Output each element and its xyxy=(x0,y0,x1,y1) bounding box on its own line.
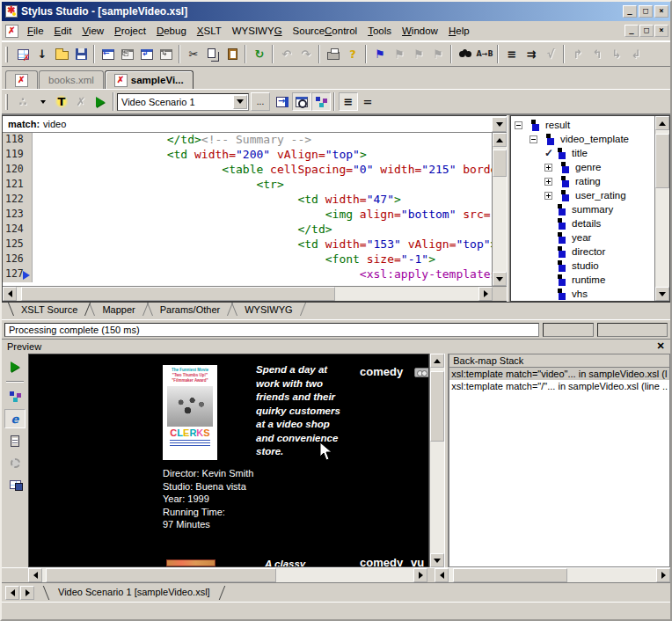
scroll-thumb[interactable] xyxy=(493,150,507,177)
browse-scenario-button[interactable]: ... xyxy=(251,92,270,111)
scroll-down-button[interactable] xyxy=(655,287,669,301)
tree-vertical-scrollbar[interactable] xyxy=(654,116,669,301)
window-minimize-button[interactable]: _ xyxy=(623,5,637,18)
tree-node-vhs[interactable]: vhs xyxy=(515,287,654,301)
scroll-track[interactable] xyxy=(430,368,444,553)
mapper-view-icon[interactable] xyxy=(4,387,26,406)
text-preview-icon[interactable] xyxy=(4,431,26,450)
match-combobox[interactable]: match: video xyxy=(3,116,507,133)
scroll-right-button[interactable] xyxy=(413,568,427,582)
scroll-left-button[interactable] xyxy=(435,568,449,582)
tree-node-user_rating[interactable]: user_rating xyxy=(515,188,654,202)
tab-document-icon-only[interactable] xyxy=(5,70,38,89)
scroll-down-button[interactable] xyxy=(430,553,444,567)
scroll-up-button[interactable] xyxy=(430,354,444,368)
menu-edit[interactable]: Edit xyxy=(49,23,77,39)
toolbar-grip[interactable] xyxy=(5,47,8,62)
code-line[interactable]: 119 <td width="200" vAlign="top"> xyxy=(3,148,492,163)
menu-project[interactable]: Project xyxy=(109,23,151,39)
scroll-right-button[interactable] xyxy=(478,287,493,301)
scroll-left-button[interactable] xyxy=(28,568,42,582)
expand-icon[interactable] xyxy=(544,164,552,172)
code-line[interactable]: 122 <td width="47"> xyxy=(3,193,492,208)
cut-icon[interactable]: ✂ xyxy=(184,45,203,63)
menu-tools[interactable]: Tools xyxy=(362,23,397,39)
window-maximize-button[interactable]: □ xyxy=(639,5,653,18)
highlight-text-icon[interactable]: T xyxy=(52,92,71,111)
tab-mapper[interactable]: Mapper xyxy=(90,303,147,318)
tab-scroll-right-button[interactable] xyxy=(20,586,34,600)
show-mapper-icon[interactable] xyxy=(311,92,331,111)
collapse-icon[interactable] xyxy=(515,121,522,129)
menu-wysiwyg[interactable]: WYSIWYG xyxy=(227,23,288,39)
code-line[interactable]: 121 <tr> xyxy=(3,178,492,193)
scenario-dropdown-button[interactable] xyxy=(233,95,247,109)
menu-window[interactable]: Window xyxy=(397,23,443,39)
code-editor[interactable]: 118 </td><!-- Summary -->119 <td width="… xyxy=(3,133,492,286)
editor-horizontal-scrollbar[interactable] xyxy=(3,287,493,301)
import-document-icon[interactable]: ↓ xyxy=(33,45,52,63)
tab-scroll-left-button[interactable] xyxy=(5,586,19,600)
open-result-window-icon[interactable]: → xyxy=(273,92,292,111)
scroll-thumb[interactable] xyxy=(453,568,567,582)
run-preview-icon[interactable] xyxy=(4,357,26,376)
tree-node-runtime[interactable]: runtime xyxy=(515,273,654,287)
run-scenario-icon[interactable] xyxy=(91,92,110,111)
tree-node-director[interactable]: director xyxy=(515,245,654,259)
open-file-icon[interactable] xyxy=(52,45,71,63)
scroll-up-button[interactable] xyxy=(493,133,507,147)
scroll-thumb[interactable] xyxy=(655,134,669,188)
mdi-restore-button[interactable]: □ xyxy=(639,25,654,37)
menu-sourcecontrol[interactable]: SourceControl xyxy=(288,23,363,39)
scroll-thumb[interactable] xyxy=(430,371,444,442)
toolbar-grip[interactable] xyxy=(5,94,8,110)
window-close-button[interactable]: × xyxy=(654,5,668,18)
match-dropdown-button[interactable] xyxy=(492,117,507,132)
scroll-track[interactable] xyxy=(17,287,478,301)
indent-block-icon[interactable]: ⇉ xyxy=(522,45,541,63)
code-line[interactable]: 124 </td> xyxy=(3,223,492,237)
window-import-icon[interactable]: ↲ xyxy=(137,45,157,63)
tree-node-details[interactable]: details xyxy=(515,216,654,230)
tab-wysiwyg[interactable]: WYSIWYG xyxy=(232,303,304,318)
scroll-track[interactable] xyxy=(42,568,413,582)
toggle-bookmark-icon[interactable]: ⚑ xyxy=(370,45,390,63)
replace-icon[interactable]: A→B xyxy=(475,45,494,63)
tree-node-genre[interactable]: genre xyxy=(515,160,654,174)
tab-xslt-source[interactable]: XSLT Source xyxy=(9,303,90,318)
code-line[interactable]: 125 <td width="153" vAlign="top"> xyxy=(3,237,492,252)
code-line[interactable]: 118 </td><!-- Summary --> xyxy=(3,133,492,148)
scroll-thumb[interactable] xyxy=(21,287,335,301)
mdi-close-button[interactable]: × xyxy=(654,25,668,37)
scroll-left-button[interactable] xyxy=(3,287,17,301)
code-line[interactable]: 126 <font size="-1"> xyxy=(3,252,492,267)
export-grid-icon[interactable] xyxy=(4,475,26,494)
tab-video-scenario[interactable]: Video Scenario 1 [sampleVideo.xsl] xyxy=(42,585,226,600)
print-icon[interactable] xyxy=(324,45,343,63)
tree-node-studio[interactable]: studio xyxy=(515,259,654,273)
menu-view[interactable]: View xyxy=(77,23,109,39)
code-line[interactable]: 120 <table cellSpacing="0" width="215" b… xyxy=(3,163,492,178)
backmap-row[interactable]: xsl:template match="/"... in sampleVideo… xyxy=(449,380,669,392)
scroll-up-button[interactable] xyxy=(655,116,669,130)
tree-node-result[interactable]: result xyxy=(515,118,654,132)
find-icon[interactable] xyxy=(456,45,475,63)
mdi-minimize-button[interactable]: _ xyxy=(625,25,639,37)
scroll-down-button[interactable] xyxy=(493,272,507,286)
scroll-track[interactable] xyxy=(655,130,669,287)
code-line[interactable]: 127 <xsl:apply-templates select= xyxy=(3,267,492,282)
tree-node-title[interactable]: ✓title xyxy=(515,146,654,160)
copy-icon[interactable] xyxy=(203,45,223,63)
expand-icon[interactable] xyxy=(544,178,552,186)
scroll-right-button[interactable] xyxy=(656,568,670,582)
menu-debug[interactable]: Debug xyxy=(151,23,192,39)
scroll-track[interactable] xyxy=(449,568,656,582)
expand-icon[interactable] xyxy=(544,192,552,200)
menu-file[interactable]: File xyxy=(22,23,49,39)
scenario-combobox[interactable]: Video Scenario 1 xyxy=(117,93,249,111)
menu-help[interactable]: Help xyxy=(443,23,475,39)
function-list-icon[interactable] xyxy=(33,92,52,111)
preview-horizontal-scrollbar[interactable] xyxy=(28,568,427,582)
scroll-track[interactable] xyxy=(493,147,507,272)
help-icon[interactable]: ? xyxy=(343,45,362,63)
